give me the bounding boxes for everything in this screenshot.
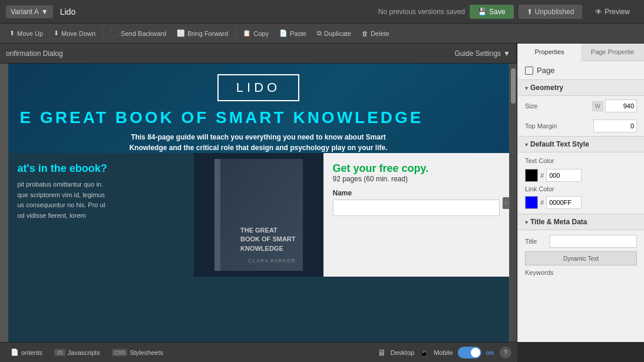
paste-button[interactable]: 📄 Paste bbox=[275, 28, 311, 39]
device-toggle: 🖥 Desktop 📱 Mobile on bbox=[378, 347, 494, 358]
text-color-hash: # bbox=[540, 172, 544, 179]
hero-subtext: This 84-page guide will teach you everyt… bbox=[20, 132, 497, 153]
text-color-section: Text Color # Link Color # bbox=[518, 152, 644, 214]
stylesheets-button[interactable]: CSS Stylesheets bbox=[107, 347, 168, 358]
desktop-label: Desktop bbox=[391, 349, 414, 356]
toggle-knob bbox=[471, 348, 480, 357]
paste-icon: 📄 bbox=[279, 29, 288, 37]
bring-forward-icon: ⬜ bbox=[177, 29, 185, 37]
chevron-icon: ▾ bbox=[525, 85, 528, 91]
bottom-section: at's in the ebook? pit probatus omittant… bbox=[8, 153, 509, 277]
toggle-on-label: on bbox=[486, 349, 494, 356]
copy-icon: 📋 bbox=[243, 29, 251, 37]
book-cover: THE GREAT BOOK OF SMART KNOWLEDGE CLARA … bbox=[214, 159, 303, 271]
title-input[interactable] bbox=[550, 235, 637, 248]
page-icon bbox=[525, 67, 533, 75]
link-color-label: Link Color bbox=[525, 185, 560, 192]
vertical-scrollbar[interactable] bbox=[510, 64, 517, 342]
javascripts-button[interactable]: JS Javascripts bbox=[49, 347, 105, 358]
desktop-icon: 🖥 bbox=[378, 348, 386, 357]
js-badge: JS bbox=[54, 349, 65, 356]
book-author-text: CLARA PARKER bbox=[248, 258, 295, 264]
w-prefix: W bbox=[592, 101, 603, 111]
size-field-row: Size W bbox=[518, 96, 644, 116]
move-up-icon: ⬆ bbox=[9, 29, 15, 37]
link-color-input[interactable] bbox=[546, 196, 582, 209]
text-color-swatch[interactable] bbox=[525, 169, 538, 182]
meta-section: Title Dynamic Text Keywords bbox=[518, 230, 644, 281]
variant-label: Variant A bbox=[11, 8, 39, 16]
page-title: Lido bbox=[60, 7, 75, 16]
chevron-icon: ▾ bbox=[525, 141, 528, 148]
contents-icon: 📄 bbox=[11, 348, 19, 356]
hero-section: LIDO E GREAT BOOK OF SMART KNOWLEDGE Thi… bbox=[8, 64, 509, 153]
toggle-switch[interactable] bbox=[458, 347, 481, 358]
move-up-button[interactable]: ⬆ Move Up bbox=[5, 28, 48, 39]
dynamic-text-button[interactable]: Dynamic Text bbox=[525, 251, 637, 265]
right-column: Get your free copy. 92 pages (60 min. re… bbox=[323, 153, 509, 277]
chevron-down-icon: ▼ bbox=[41, 8, 48, 16]
link-color-swatch[interactable] bbox=[525, 196, 538, 209]
delete-icon: 🗑 bbox=[362, 30, 368, 37]
logo-wrapper: LIDO bbox=[20, 74, 497, 101]
help-button[interactable]: ? bbox=[500, 347, 511, 358]
send-backward-button[interactable]: ⬛ Send Backward bbox=[105, 28, 171, 39]
chevron-icon: ▾ bbox=[525, 219, 528, 225]
tab-page-properties[interactable]: Page Propertie bbox=[581, 44, 644, 61]
toolbar: ⬆ Move Up ⬇ Move Down ⬛ Send Backward ⬜ … bbox=[0, 24, 644, 44]
guide-settings-button[interactable]: Guide Settings ▼ bbox=[454, 49, 510, 58]
text-color-input[interactable] bbox=[546, 169, 582, 182]
right-panel: Properties Page Propertie Page ▾ Geometr… bbox=[517, 44, 644, 342]
unpublish-button[interactable]: ⬆ Unpublished bbox=[518, 5, 583, 19]
delete-button[interactable]: 🗑 Delete bbox=[357, 28, 394, 39]
default-text-style-header[interactable]: ▾ Default Text Style bbox=[518, 136, 644, 152]
title-meta-header[interactable]: ▾ Title & Meta Data bbox=[518, 214, 644, 230]
free-copy-title: Get your free copy. bbox=[333, 162, 500, 175]
hero-headline: E GREAT BOOK OF SMART KNOWLEDGE bbox=[20, 108, 497, 127]
expand-handle[interactable]: › bbox=[503, 197, 510, 209]
size-input[interactable] bbox=[605, 99, 637, 112]
tab-properties[interactable]: Properties bbox=[518, 44, 581, 61]
free-copy-subtitle: 92 pages (60 min. read) bbox=[333, 175, 500, 183]
name-input[interactable] bbox=[333, 200, 500, 216]
scroll-thumb[interactable] bbox=[511, 68, 516, 104]
css-badge: CSS bbox=[112, 349, 128, 356]
move-down-button[interactable]: ⬇ Move Down bbox=[49, 28, 100, 39]
bring-forward-button[interactable]: ⬜ Bring Forward bbox=[172, 28, 233, 39]
eye-icon: 👁 bbox=[595, 8, 602, 16]
top-margin-input[interactable] bbox=[593, 119, 637, 132]
top-margin-label: Top Margin bbox=[525, 122, 563, 129]
text-color-label: Text Color bbox=[525, 157, 560, 164]
book-title-text: THE GREAT BOOK OF SMART KNOWLEDGE bbox=[240, 226, 296, 253]
link-color-hash: # bbox=[540, 199, 544, 206]
unpublish-icon: ⬆ bbox=[527, 8, 533, 16]
top-bar: Variant A ▼ Lido No previous versions sa… bbox=[0, 0, 644, 24]
copy-button[interactable]: 📋 Copy bbox=[238, 28, 273, 39]
duplicate-icon: ⧉ bbox=[317, 29, 322, 37]
page-canvas: LIDO E GREAT BOOK OF SMART KNOWLEDGE Thi… bbox=[8, 64, 509, 342]
send-backward-icon: ⬛ bbox=[110, 29, 118, 37]
contents-button[interactable]: 📄 ontents bbox=[6, 347, 47, 358]
dialog-label: onfirmation Dialog bbox=[6, 49, 63, 58]
panel-tabs: Properties Page Propertie bbox=[518, 44, 644, 61]
title-field-label: Title bbox=[525, 238, 546, 245]
page-label-text: Page bbox=[537, 66, 554, 75]
duplicate-button[interactable]: ⧉ Duplicate bbox=[312, 28, 356, 39]
save-icon: 💾 bbox=[478, 8, 487, 16]
geometry-label: Geometry bbox=[530, 84, 563, 92]
canvas-header: onfirmation Dialog Guide Settings ▼ bbox=[0, 44, 517, 64]
top-margin-field-row: Top Margin bbox=[518, 116, 644, 136]
name-field-label: Name bbox=[333, 189, 500, 197]
size-label: Size bbox=[525, 102, 557, 109]
logo-box: LIDO bbox=[217, 74, 299, 101]
preview-button[interactable]: 👁 Preview bbox=[587, 5, 638, 19]
default-text-style-label: Default Text Style bbox=[530, 140, 589, 148]
keywords-label: Keywords bbox=[525, 269, 637, 276]
ebook-description: pit probatus omittantur quo in. que scri… bbox=[18, 180, 184, 221]
geometry-section-header[interactable]: ▾ Geometry bbox=[518, 79, 644, 96]
page-row: Page bbox=[518, 61, 644, 79]
bottom-bar: 📄 ontents JS Javascripts CSS Stylesheets… bbox=[0, 342, 517, 362]
mobile-label: Mobile bbox=[434, 349, 453, 356]
save-button[interactable]: 💾 Save bbox=[470, 5, 513, 19]
variant-selector[interactable]: Variant A ▼ bbox=[6, 5, 53, 18]
